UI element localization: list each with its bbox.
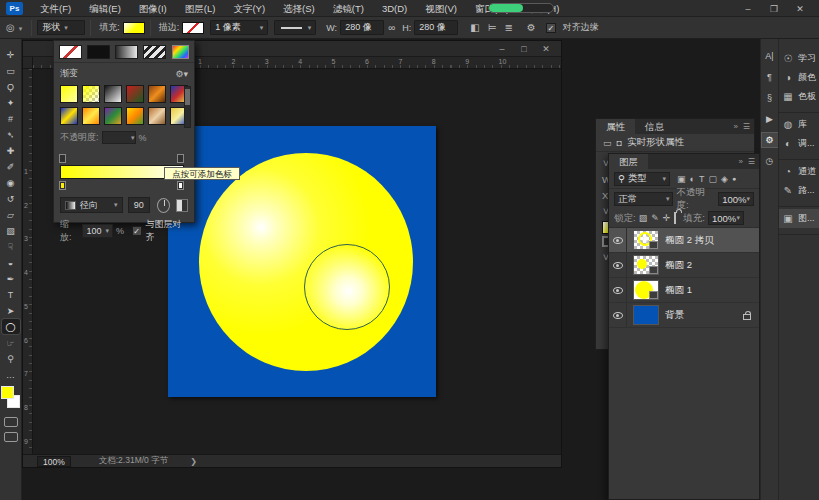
minimize-button[interactable]: – (735, 4, 761, 14)
gradient-swatch-yellow-orange-green[interactable] (126, 107, 144, 125)
align-layer-checkbox[interactable]: ✓ (132, 226, 142, 236)
color-stop-yellow[interactable] (59, 181, 66, 190)
ellipse-2-shape[interactable] (304, 244, 390, 330)
align-edges-checkbox[interactable]: ✓ (546, 23, 556, 33)
gradient-swatch-violet-green[interactable] (104, 107, 122, 125)
layer-filter-select[interactable]: ⚲ 类型 ▾ (614, 172, 670, 186)
marquee-tool[interactable]: ▭ (2, 63, 20, 78)
gradient-swatch-copper[interactable] (148, 107, 166, 125)
menu-item-7[interactable]: 滤镜(T) (324, 0, 373, 17)
type-tool[interactable]: T (2, 287, 20, 302)
lock-transparent-icon[interactable]: ▨ (639, 213, 648, 223)
healing-brush-tool[interactable]: ✚ (2, 143, 20, 158)
menu-item-4[interactable]: 图层(L) (176, 0, 225, 17)
gear-icon[interactable]: ⚙ (527, 22, 536, 33)
layers-menu-icon[interactable]: ☰ (748, 157, 755, 166)
lasso-tool[interactable]: Ϙ (2, 79, 20, 94)
doc-close-button[interactable]: ✕ (535, 42, 557, 56)
dock-item-layers[interactable]: ▣图... (779, 209, 819, 228)
opacity-select[interactable]: 100%▾ (718, 192, 754, 206)
blend-mode-select[interactable]: 正常▾ (614, 192, 673, 206)
brush-tool[interactable]: ✐ (2, 159, 20, 174)
stroke-width-select[interactable]: 1 像素▾ (210, 20, 268, 35)
move-tool[interactable]: ✛ (2, 47, 20, 62)
dock-item-adjustments[interactable]: ◐调... (779, 134, 819, 153)
properties-panel-icon[interactable]: ⚙ (762, 133, 778, 147)
close-button[interactable]: ✕ (787, 4, 813, 14)
lock-paint-icon[interactable]: ✎ (651, 213, 659, 223)
path-arrangement-icon[interactable]: ≣ (504, 22, 512, 33)
doc-minimize-button[interactable]: – (491, 42, 513, 56)
gradient-swatch-orange-rust[interactable] (148, 85, 166, 103)
angle-dial[interactable] (157, 198, 170, 213)
layer-row-3[interactable]: 椭圆 1 (609, 278, 759, 303)
vertical-ruler[interactable]: 123456789 (23, 69, 33, 454)
history-brush-tool[interactable]: ↺ (2, 191, 20, 206)
fill-amount-select[interactable]: 100%▾ (708, 211, 744, 225)
visibility-cell[interactable] (609, 253, 627, 277)
edit-toolbar[interactable]: … (2, 367, 20, 382)
smudge-tool[interactable]: ☟ (2, 239, 20, 254)
ellipse-1-shape[interactable] (199, 153, 413, 371)
gradient-angle-field[interactable]: 90 (128, 197, 150, 213)
zoom-tool[interactable]: ⚲ (2, 351, 20, 366)
layer-row-4[interactable]: 背景 (609, 303, 759, 328)
filter-pixel-icon[interactable]: ▣ (677, 174, 686, 184)
opacity-stop-right[interactable] (177, 154, 184, 163)
menu-item-6[interactable]: 选择(S) (274, 0, 324, 17)
reverse-gradient-icon[interactable] (176, 199, 188, 212)
hand-tool[interactable]: ☞ (2, 335, 20, 350)
tab-info[interactable]: 信息 (635, 119, 674, 134)
layer-row-2[interactable]: 椭圆 2 (609, 253, 759, 278)
lock-all-icon[interactable] (674, 213, 676, 223)
scale-field[interactable]: 100▾ (82, 224, 113, 238)
gradient-tool[interactable]: ▧ (2, 223, 20, 238)
menu-item-3[interactable]: 图像(I) (130, 0, 176, 17)
gradient-swatch-red-to-green[interactable] (126, 85, 144, 103)
menu-item-5[interactable]: 文字(Y) (224, 0, 274, 17)
crop-tool[interactable]: # (2, 111, 20, 126)
gradient-swatch-blue-yellow-blue[interactable] (60, 107, 78, 125)
collapse-panel-icon[interactable]: » (733, 122, 737, 131)
dock-item-swatches-grid[interactable]: ▦色板 (779, 87, 819, 106)
dock-item-libraries[interactable]: ◍库 (779, 115, 819, 134)
gradient-button[interactable] (115, 45, 138, 59)
pen-tool[interactable]: ✒ (2, 271, 20, 286)
tool-preset-icon[interactable]: ◎▾ (6, 22, 22, 33)
gradient-swatch-yellow-to-white[interactable] (60, 85, 78, 103)
gradient-swatch-black-to-white[interactable] (104, 85, 122, 103)
restore-button[interactable]: ❐ (761, 4, 787, 14)
visibility-cell[interactable] (609, 228, 627, 252)
filter-shape-icon[interactable]: ▢ (708, 174, 717, 184)
path-alignment-icon[interactable]: ⊨ (488, 22, 497, 33)
tool-mode-select[interactable]: 形状▾ (37, 20, 85, 35)
color-picker-button[interactable] (172, 45, 189, 59)
ellipse-tool[interactable]: ◯ (2, 319, 20, 334)
visibility-cell[interactable] (609, 278, 627, 302)
tab-layers[interactable]: 图层 (609, 154, 648, 169)
stroke-swatch[interactable] (182, 22, 204, 34)
lock-position-icon[interactable]: ✛ (663, 213, 671, 223)
no-color-button[interactable] (59, 45, 82, 59)
actions-panel-icon[interactable]: ▶ (762, 112, 778, 126)
dock-item-paths[interactable]: ✎路... (779, 181, 819, 200)
zoom-level-field[interactable]: 100% (37, 456, 71, 467)
path-select-tool[interactable]: ➤ (2, 303, 20, 318)
width-input[interactable]: 280 像 (340, 20, 384, 35)
gradient-swatch-yellow-to-transparent[interactable] (82, 85, 100, 103)
character-panel-icon[interactable]: A| (762, 49, 778, 63)
solid-color-button[interactable] (87, 45, 110, 59)
quick-select-tool[interactable]: ✦ (2, 95, 20, 110)
clone-stamp-tool[interactable]: ◉ (2, 175, 20, 190)
fill-swatch[interactable] (123, 22, 145, 34)
panel-menu-icon[interactable]: ☰ (743, 122, 750, 131)
history-panel-icon[interactable]: ◷ (762, 154, 778, 168)
quick-mask-button[interactable] (4, 417, 18, 427)
opacity-stop-left[interactable] (59, 154, 66, 163)
layers-collapse-icon[interactable]: » (738, 157, 742, 166)
screen-mode-button[interactable] (4, 432, 18, 442)
tab-properties[interactable]: 属性 (596, 119, 635, 134)
menu-item-9[interactable]: 视图(V) (416, 0, 466, 17)
filter-adjustment-icon[interactable]: ◐ (690, 174, 695, 184)
status-menu-arrow[interactable]: ❯ (190, 457, 197, 466)
